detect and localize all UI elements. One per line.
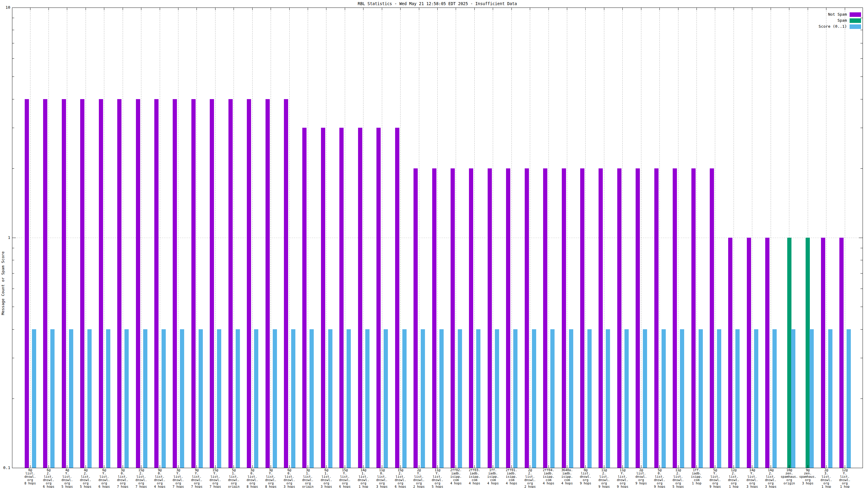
legend-label: Not Spam	[828, 12, 847, 17]
bar-score	[32, 329, 36, 468]
bar-not-spam	[598, 168, 603, 468]
x-tick-label: 4 hops	[469, 481, 480, 485]
legend-label: Score (0..1)	[818, 24, 847, 29]
x-tick-label: 3 hops	[747, 485, 758, 488]
bar-score	[661, 329, 666, 468]
bar-not-spam	[266, 99, 270, 468]
bar-score	[606, 329, 610, 468]
bar-score	[809, 329, 814, 468]
bar-not-spam	[451, 168, 455, 468]
bar-score	[532, 329, 536, 468]
bar-not-spam	[191, 99, 195, 468]
bar-score	[587, 329, 592, 468]
bar-not-spam	[376, 128, 381, 468]
x-tick-label: 3 hops	[802, 481, 813, 485]
bar-not-spam	[488, 168, 492, 468]
x-tick-label: 9 hops	[710, 485, 721, 488]
bar-not-spam	[691, 168, 695, 468]
bar-score	[439, 329, 444, 468]
x-tick-label: 7 hops	[191, 485, 203, 488]
bar-not-spam	[728, 238, 733, 468]
x-tick-label: 1 hop	[822, 485, 831, 488]
x-tick-label: 6 hops	[43, 485, 54, 488]
bar-not-spam	[321, 128, 325, 468]
bar-not-spam	[43, 99, 47, 468]
x-tick-label: 7 hops	[117, 485, 128, 488]
x-tick-label: 2 hops	[524, 485, 536, 488]
chart-title: RBL Statistics - Wed May 21 12:58:05 EDT…	[358, 1, 517, 6]
bar-score	[347, 329, 351, 468]
x-tick-label: 8 hops	[265, 485, 277, 488]
x-tick-label: 4 hops	[543, 481, 554, 485]
y-axis-label: Message Count or Spam Score	[1, 251, 5, 315]
bar-score	[735, 329, 740, 468]
bar-score	[550, 329, 555, 468]
bar-spam	[787, 238, 792, 468]
bar-score	[198, 329, 203, 468]
bar-not-spam	[210, 99, 214, 468]
bar-not-spam	[469, 168, 473, 468]
x-tick-label: 6 hops	[339, 485, 350, 488]
bar-score	[846, 329, 851, 468]
legend-swatch	[849, 12, 861, 17]
bar-not-spam	[25, 99, 29, 468]
x-tick-label: 4 hops	[487, 481, 499, 485]
bar-not-spam	[62, 99, 66, 468]
x-tick-label: 4 hops	[506, 481, 517, 485]
bar-score	[458, 329, 462, 468]
bar-score	[402, 329, 407, 468]
bar-score	[143, 329, 147, 468]
x-tick-label: 4 hops	[561, 481, 573, 485]
bar-not-spam	[673, 168, 677, 468]
bar-score	[476, 329, 480, 468]
bar-not-spam	[395, 128, 399, 468]
bar-not-spam	[710, 168, 714, 468]
bar-score	[87, 329, 92, 468]
bar-not-spam	[506, 168, 510, 468]
x-tick-label: 7 hops	[210, 485, 221, 488]
bar-not-spam	[136, 99, 140, 468]
x-tick-label: 4 hops	[450, 481, 462, 485]
bar-score	[124, 329, 129, 468]
bar-not-spam	[525, 168, 529, 468]
bar-score	[680, 329, 684, 468]
x-tick-label: 5 hops	[61, 485, 73, 488]
x-tick-label: 8 hops	[247, 485, 258, 488]
bar-not-spam	[154, 99, 158, 468]
bar-not-spam	[247, 99, 251, 468]
x-tick-label: 3 hops	[321, 485, 332, 488]
bar-score	[772, 329, 777, 468]
x-tick-label: 1 hop	[692, 481, 702, 485]
bar-not-spam	[839, 238, 844, 468]
bar-not-spam	[339, 128, 344, 468]
chart-canvas: 1010.10@list.dnswl.org8 hops6@2.list.dns…	[0, 0, 868, 488]
x-tick-label: 9 hops	[654, 485, 665, 488]
bar-not-spam	[636, 168, 640, 468]
bar-score	[624, 329, 629, 468]
bar-not-spam	[173, 99, 177, 468]
bar-spam	[806, 238, 810, 468]
x-tick-label: 2 hops	[413, 485, 425, 488]
rbl-statistics-chart: 1010.10@list.dnswl.org8 hops6@2.list.dns…	[0, 0, 868, 488]
x-tick-label: origin	[784, 481, 795, 485]
bar-score	[384, 329, 388, 468]
bar-not-spam	[747, 238, 751, 468]
x-tick-label: 9 hops	[635, 481, 647, 485]
bar-not-spam	[580, 168, 584, 468]
bar-not-spam	[284, 99, 288, 468]
x-tick-label: 4 hops	[154, 485, 165, 488]
bar-score	[421, 329, 425, 468]
legend-swatch	[849, 24, 861, 29]
x-tick-label: 5 hops	[432, 485, 443, 488]
x-tick-label: 3 hops	[376, 485, 388, 488]
bar-not-spam	[117, 99, 121, 468]
x-tick-label: 1 hop	[359, 485, 368, 488]
x-tick-label: 9 hops	[580, 481, 591, 485]
bar-not-spam	[562, 168, 566, 468]
bar-score	[828, 329, 832, 468]
bar-not-spam	[654, 168, 658, 468]
x-tick-label: origin	[302, 485, 314, 488]
x-tick-label: 5 hops	[80, 485, 91, 488]
bar-score	[69, 329, 73, 468]
bar-not-spam	[765, 238, 770, 468]
